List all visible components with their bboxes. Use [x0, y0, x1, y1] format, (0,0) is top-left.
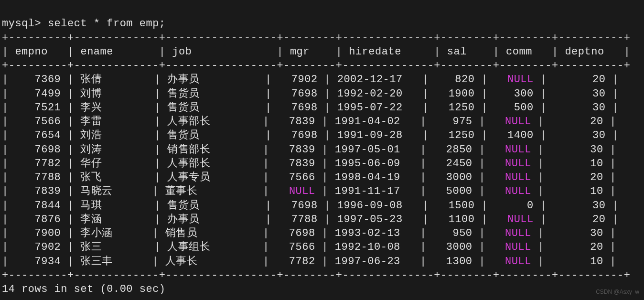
- table-row: | 7782 | 华仔 | 人事部长 | 7839 | 1995-06-09 |…: [2, 158, 616, 170]
- result-footer: 14 rows in set (0.00 sec): [2, 283, 166, 295]
- table-row: | 7934 | 张三丰 | 人事长 | 7782 | 1997-06-23 |…: [2, 256, 616, 268]
- table-row: | 7902 | 张三 | 人事组长 | 7566 | 1992-10-08 |…: [2, 241, 616, 253]
- table-border-bot: +---------+-------------+---------------…: [2, 269, 630, 281]
- table-body: | 7369 | 张倩 | 办事员 | 7902 | 2002-12-17 | …: [2, 74, 619, 267]
- table-row: | 7876 | 李涵 | 办事员 | 7788 | 1997-05-23 | …: [2, 214, 619, 225]
- sql-query: select * from emp;: [48, 18, 166, 30]
- prompt-line: mysql> select * from emp;: [2, 18, 166, 30]
- table-row: | 7521 | 李兴 | 售货员 | 7698 | 1995-07-22 | …: [2, 102, 619, 114]
- table-row: | 7844 | 马琪 | 售货员 | 7698 | 1996-09-08 | …: [2, 200, 619, 212]
- table-row: | 7566 | 李雷 | 人事部长 | 7839 | 1991-04-02 |…: [2, 116, 616, 128]
- table-row: | 7499 | 刘博 | 售货员 | 7698 | 1992-02-20 | …: [2, 88, 619, 100]
- table-border-top: +---------+-------------+---------------…: [2, 32, 630, 44]
- watermark: CSDN @Asxy_w: [596, 289, 639, 296]
- table-row: | 7788 | 张飞 | 人事专员 | 7566 | 1998-04-19 |…: [2, 171, 616, 183]
- table-row: | 7839 | 马晓云 | 董事长 | NULL | 1991-11-17 |…: [2, 185, 616, 197]
- table-row: | 7900 | 李小涵 | 销售员 | 7698 | 1993-02-13 |…: [2, 227, 616, 239]
- table-row: | 7369 | 张倩 | 办事员 | 7902 | 2002-12-17 | …: [2, 74, 619, 86]
- table-border-mid: +---------+-------------+---------------…: [2, 60, 630, 72]
- prompt-prefix: mysql>: [2, 18, 48, 30]
- mysql-terminal[interactable]: mysql> select * from emp; +---------+---…: [0, 0, 644, 300]
- table-row: | 7698 | 刘涛 | 销售部长 | 7839 | 1997-05-01 |…: [2, 144, 616, 156]
- table-header-row: | empno | ename | job | mgr | hiredate |…: [2, 46, 630, 58]
- table-row: | 7654 | 刘浩 | 售货员 | 7698 | 1991-09-28 | …: [2, 129, 619, 141]
